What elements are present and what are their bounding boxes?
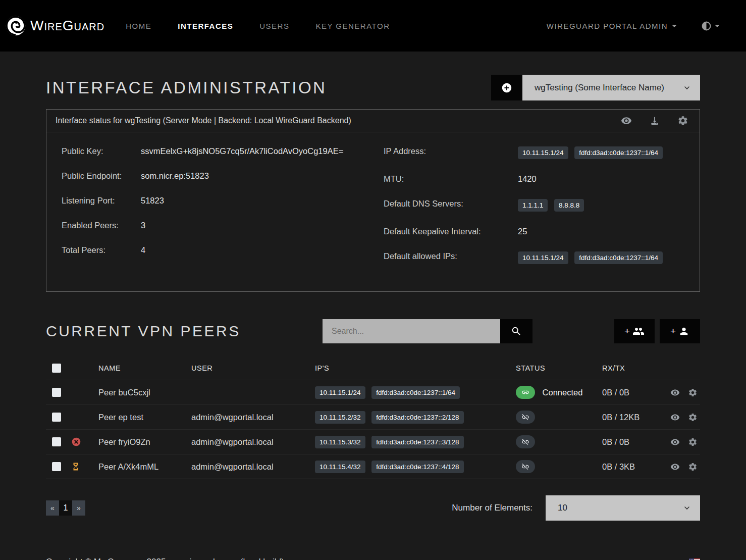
- add-buttons-group: + +: [614, 319, 700, 343]
- copyright-text: Copyright © My Company 2025 - version un…: [46, 557, 284, 560]
- row-checkbox[interactable]: [52, 462, 61, 471]
- peer-expiring-hourglass-icon: [71, 462, 98, 472]
- column-name: NAME: [98, 364, 191, 372]
- status-card-body: Public Key: ssvmEelxG+k8jsNO5G7cq5r/Ak7l…: [46, 132, 700, 291]
- status-left-column: Public Key: ssvmEelxG+k8jsNO5G7cq5r/Ak7l…: [62, 146, 363, 279]
- nav-item-users[interactable]: USERS: [259, 22, 289, 30]
- view-config-button[interactable]: [621, 115, 632, 126]
- nav-item-home[interactable]: HOME: [126, 22, 151, 30]
- user-icon: [678, 326, 689, 337]
- user-menu-dropdown[interactable]: WIREGUARD PORTAL ADMIN: [547, 22, 677, 30]
- peer-ip-badge: fdfd:d3ad:c0de:1237::4/128: [371, 461, 463, 473]
- chevron-down-icon: [715, 25, 720, 27]
- status-card-title: Interface status for wgTesting (Server M…: [56, 116, 351, 125]
- status-right-column: IP Address: 10.11.15.1/24 fdfd:d3ad:c0de…: [384, 146, 684, 279]
- dns-badge: 8.8.8.8: [554, 199, 584, 212]
- dns-badge: 1.1.1.1: [518, 199, 548, 212]
- download-config-button[interactable]: [649, 115, 660, 126]
- pagination-row: « 1 » Number of Elements: 10: [46, 495, 700, 521]
- status-card-actions: [621, 115, 690, 126]
- peer-ip-badge: fdfd:d3ad:c0de:1237::1/64: [371, 386, 460, 399]
- nav-menu: HOME INTERFACES USERS KEY GENERATOR: [126, 22, 390, 30]
- peer-ip-badge: 10.11.15.4/32: [315, 461, 365, 473]
- peer-user: admin@wgportal.local: [191, 437, 315, 447]
- peer-settings-button[interactable]: [688, 388, 698, 397]
- add-interface-button[interactable]: [491, 75, 522, 100]
- detail-total-peers: Total Peers: 4: [62, 245, 363, 255]
- peer-settings-button[interactable]: [688, 462, 698, 472]
- gear-icon: [688, 437, 698, 447]
- interface-select[interactable]: wgTesting (Some Interface Name): [522, 75, 700, 100]
- footer: Copyright © My Company 2025 - version un…: [0, 544, 746, 560]
- peer-ip-badge: fdfd:d3ad:c0de:1237::3/128: [371, 436, 463, 448]
- detail-public-endpoint: Public Endpoint: som.nicr.ep:51823: [62, 171, 363, 181]
- peers-header: CURRENT VPN PEERS + +: [46, 319, 700, 343]
- wireguard-logo-icon: [5, 15, 26, 36]
- connected-status-badge: [516, 386, 535, 399]
- theme-toggle-dropdown[interactable]: [701, 21, 720, 31]
- view-peer-button[interactable]: [670, 437, 680, 447]
- detail-mtu: MTU: 1420: [384, 174, 684, 184]
- row-checkbox[interactable]: [52, 413, 61, 422]
- peer-name: Peer A/Xk4mML: [98, 462, 191, 472]
- table-header-row: NAME USER IP'S STATUS RX/TX: [46, 357, 700, 380]
- link-off-icon: [521, 438, 529, 446]
- peer-user: admin@wgportal.local: [191, 413, 315, 422]
- pagination-current-page[interactable]: 1: [59, 500, 72, 516]
- peer-rxtx: 0B / 0B: [602, 437, 670, 447]
- peer-ip-badge: fdfd:d3ad:c0de:1237::2/128: [371, 411, 463, 424]
- peer-ip-badge: 10.11.15.2/32: [315, 411, 365, 424]
- detail-public-key: Public Key: ssvmEelxG+k8jsNO5G7cq5r/Ak7l…: [62, 146, 363, 156]
- elements-per-page-group: Number of Elements: 10: [452, 495, 700, 521]
- detail-dns-servers: Default DNS Servers: 1.1.1.1 8.8.8.8: [384, 199, 684, 212]
- brand[interactable]: WireGuard: [5, 15, 104, 36]
- select-all-checkbox[interactable]: [52, 364, 61, 373]
- interface-select-value: wgTesting (Some Interface Name): [535, 83, 664, 93]
- peers-table: NAME USER IP'S STATUS RX/TX Peer buC5cxj…: [46, 357, 700, 479]
- peer-ip-badge: 10.11.15.1/24: [315, 386, 365, 399]
- interface-settings-button[interactable]: [677, 115, 688, 126]
- pagination-next-button[interactable]: »: [72, 500, 85, 516]
- peer-ip-badge: 10.11.15.3/32: [315, 436, 365, 448]
- ip-badge: 10.11.15.1/24: [518, 251, 568, 264]
- column-ips: IP'S: [315, 364, 516, 372]
- nav-item-key-generator[interactable]: KEY GENERATOR: [315, 22, 390, 30]
- top-navbar: WireGuard HOME INTERFACES USERS KEY GENE…: [0, 0, 746, 52]
- row-checkbox[interactable]: [52, 388, 61, 397]
- search-input[interactable]: [323, 319, 500, 343]
- status-card-header: Interface status for wgTesting (Server M…: [46, 110, 700, 132]
- view-peer-button[interactable]: [670, 413, 680, 422]
- status-label: Connected: [543, 388, 583, 397]
- column-user: USER: [191, 364, 315, 372]
- link-off-icon: [521, 413, 529, 421]
- peer-settings-button[interactable]: [688, 413, 698, 422]
- view-peer-button[interactable]: [670, 462, 680, 472]
- peer-settings-button[interactable]: [688, 437, 698, 447]
- disconnected-status-badge: [516, 411, 535, 424]
- interface-status-card: Interface status for wgTesting (Server M…: [46, 109, 700, 292]
- elements-per-page-select[interactable]: 10: [546, 495, 700, 521]
- add-peer-button[interactable]: +: [660, 319, 700, 343]
- row-checkbox[interactable]: [52, 437, 61, 446]
- elements-per-page-label: Number of Elements:: [452, 503, 532, 513]
- nav-item-interfaces[interactable]: INTERFACES: [178, 22, 233, 30]
- table-row: Peer fryiO9Zn admin@wgportal.local 10.11…: [46, 429, 700, 454]
- search-button[interactable]: [500, 319, 532, 343]
- peer-rxtx: 0B / 3KB: [602, 462, 670, 472]
- link-icon: [521, 388, 529, 396]
- plus-circle-icon: [501, 82, 512, 93]
- search-group: [323, 319, 532, 343]
- gear-icon: [688, 388, 698, 397]
- eye-icon: [670, 462, 680, 472]
- user-menu-label: WIREGUARD PORTAL ADMIN: [547, 22, 668, 30]
- table-row: Peer A/Xk4mML admin@wgportal.local 10.11…: [46, 454, 700, 479]
- add-multiple-peers-button[interactable]: +: [614, 319, 655, 343]
- eye-icon: [670, 413, 680, 422]
- view-peer-button[interactable]: [670, 388, 680, 397]
- eye-icon: [670, 437, 680, 447]
- link-off-icon: [521, 463, 529, 471]
- eye-icon: [621, 115, 632, 126]
- chevron-down-icon: [672, 25, 677, 27]
- peer-rxtx: 0B / 0B: [602, 388, 670, 397]
- pagination-prev-button[interactable]: «: [46, 500, 59, 516]
